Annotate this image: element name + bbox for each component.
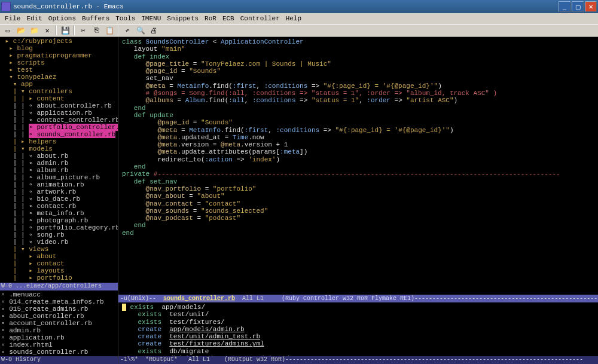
- window-titlebar: sounds_controller.rb - Emacs _ ▢ ✕: [0, 0, 598, 13]
- buffer-item[interactable]: ∘ admin.rb: [0, 327, 118, 334]
- menu-imenu[interactable]: IMENU: [138, 14, 164, 23]
- open-icon[interactable]: 📂: [15, 25, 27, 36]
- window-title: sounds_controller.rb - Emacs: [13, 3, 124, 10]
- file-tree[interactable]: ▸ c:/rubyprojects ▸ blog ▸ pragmaticprog…: [0, 37, 118, 283]
- tree-item[interactable]: | | ∘ meta_info.rb: [0, 210, 118, 217]
- main-modeline: -u(Unix)-- sounds_controller.rb All L1 (…: [118, 295, 598, 302]
- buffers-modeline: W-0 History: [0, 356, 118, 364]
- tree-item[interactable]: | | ∘ contact_controller.rb: [0, 117, 118, 124]
- menu-file[interactable]: File: [2, 14, 23, 23]
- tree-item[interactable]: ▾ tonypelaez: [0, 74, 118, 81]
- paste-icon[interactable]: 📋: [103, 25, 115, 36]
- tree-item[interactable]: | ▸ contact: [0, 260, 118, 267]
- tree-item[interactable]: | | ∘ portfolio_category.rb: [0, 224, 118, 231]
- menu-controller[interactable]: Controller: [237, 14, 283, 23]
- print-icon[interactable]: 🖨: [148, 25, 160, 36]
- menu-edit[interactable]: Edit: [23, 14, 45, 23]
- tree-item[interactable]: | ▸ layouts: [0, 267, 118, 274]
- tree-item[interactable]: ▸ pragmaticprogrammer: [0, 52, 118, 59]
- tree-item[interactable]: | | ∘ song.rb: [0, 231, 118, 238]
- menu-ror[interactable]: RoR: [202, 14, 219, 23]
- tree-item[interactable]: | | ∘ contact.rb: [0, 203, 118, 210]
- sidebar: ▸ c:/rubyprojects ▸ blog ▸ pragmaticprog…: [0, 37, 118, 364]
- close-icon[interactable]: ✕: [41, 25, 53, 36]
- minimize-button[interactable]: _: [559, 1, 570, 12]
- folder-icon[interactable]: 📁: [28, 25, 40, 36]
- tree-item[interactable]: ▾ app: [0, 81, 118, 88]
- tree-item[interactable]: | | ∘ artwork.rb: [0, 188, 118, 195]
- app-icon: [1, 2, 11, 11]
- tree-item[interactable]: ▸ scripts: [0, 59, 118, 66]
- code-editor[interactable]: class SoundsController < ApplicationCont…: [118, 37, 598, 295]
- buffer-item[interactable]: ∘ sounds_controller.rb: [0, 348, 118, 356]
- tree-item[interactable]: | | ∘ portfolio_controller.rb▸: [0, 124, 118, 131]
- tree-item[interactable]: | ▾ controllers: [0, 88, 118, 95]
- tree-item[interactable]: | | ∘ album.rb: [0, 167, 118, 174]
- new-icon[interactable]: ▭: [2, 25, 14, 36]
- tree-item[interactable]: | | ∘ animation.rb: [0, 181, 118, 188]
- tree-item[interactable]: | | ∘ about.rb: [0, 152, 118, 160]
- tree-item[interactable]: | ▾ models: [0, 145, 118, 152]
- modeline-mode: (Ruby Controller w32 RoR Flymake RE1): [282, 295, 414, 302]
- buffer-list[interactable]: ∘ .menuacc∘ 014_create_meta_infos.rb∘ 01…: [0, 290, 118, 356]
- editor-pane: class SoundsController < ApplicationCont…: [118, 37, 598, 364]
- output-modeline: -1\%* *ROutput* All L1 (ROutput w32 RoR)…: [118, 356, 598, 364]
- modeline-prefix: -u(Unix)--: [120, 295, 163, 302]
- tree-item[interactable]: | | ∘ bio_date.rb: [0, 195, 118, 203]
- menu-bar: FileEditOptionsBuffersToolsIMENUSnippets…: [0, 13, 598, 24]
- buffer-item[interactable]: ∘ application.rb: [0, 334, 118, 341]
- maximize-button[interactable]: ▢: [572, 1, 584, 12]
- buffer-item[interactable]: ∘ .menuacc: [0, 291, 118, 298]
- modeline-filename: sounds_controller.rb: [163, 295, 235, 302]
- tree-item[interactable]: ▸ test: [0, 66, 118, 74]
- tree-item[interactable]: | ▸ helpers: [0, 138, 118, 145]
- modeline-position: All L1: [235, 295, 282, 302]
- modeline-dash: ----------------------------------------…: [414, 295, 598, 302]
- buffer-item[interactable]: ∘ 015_create_admins.rb: [0, 305, 118, 313]
- menu-options[interactable]: Options: [45, 14, 79, 23]
- buffer-item[interactable]: ∘ about_controller.rb: [0, 313, 118, 320]
- menu-snippets[interactable]: Snippets: [164, 14, 202, 23]
- tree-item[interactable]: | | ∘ video.rb: [0, 238, 118, 246]
- menu-ecb[interactable]: ECB: [219, 14, 237, 23]
- undo-icon[interactable]: ↶: [121, 25, 133, 36]
- tree-item[interactable]: ▸ blog: [0, 45, 118, 52]
- menu-buffers[interactable]: Buffers: [79, 14, 112, 23]
- tree-item[interactable]: | | ▸ content: [0, 95, 118, 102]
- tree-item[interactable]: ▸ c:/rubyprojects: [0, 38, 118, 45]
- buffer-item[interactable]: ∘ 014_create_meta_infos.rb: [0, 298, 118, 305]
- buffer-item[interactable]: ∘ account_controller.rb: [0, 320, 118, 327]
- tree-modeline: W-0 ...elaez/app/controllers: [0, 283, 118, 290]
- tree-item[interactable]: | | ∘ sounds_controller.rb: [0, 131, 118, 138]
- tree-item[interactable]: | | ∘ photograph.rb: [0, 217, 118, 224]
- tree-item[interactable]: | ▾ views: [0, 246, 118, 253]
- search-icon[interactable]: 🔍: [135, 25, 147, 36]
- tree-item[interactable]: | | ∘ admin.rb: [0, 160, 118, 167]
- tree-item[interactable]: | | ∘ application.rb: [0, 109, 118, 117]
- workspace: ▸ c:/rubyprojects ▸ blog ▸ pragmaticprog…: [0, 37, 598, 364]
- save-icon[interactable]: 💾: [59, 25, 71, 36]
- tree-item[interactable]: | | ∘ about_controller.rb: [0, 102, 118, 109]
- tree-item[interactable]: | | ∘ album_picture.rb: [0, 174, 118, 181]
- buffer-item[interactable]: ∘ index.rhtml: [0, 341, 118, 348]
- tree-item[interactable]: | ▸ about: [0, 253, 118, 260]
- menu-help[interactable]: Help: [283, 14, 304, 23]
- copy-icon[interactable]: ⎘: [90, 25, 102, 36]
- cut-icon[interactable]: ✂: [77, 25, 89, 36]
- menu-tools[interactable]: Tools: [112, 14, 138, 23]
- close-button[interactable]: ✕: [585, 1, 597, 12]
- toolbar: ▭📂📁✕💾✂⎘📋↶🔍🖨: [0, 24, 598, 37]
- tree-item[interactable]: | ▸ portfolio: [0, 274, 118, 282]
- output-pane[interactable]: exists app/models/ exists test/unit/ exi…: [118, 302, 598, 356]
